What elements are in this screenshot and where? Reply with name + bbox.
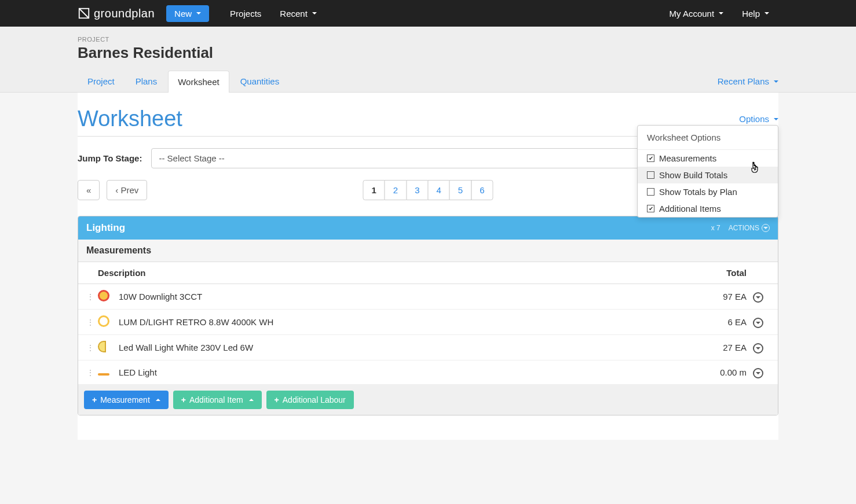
- section-count-badge: x 7: [711, 224, 720, 232]
- checkbox-icon: [647, 154, 654, 162]
- nav-help[interactable]: Help: [733, 9, 778, 19]
- row-action-button[interactable]: [753, 368, 763, 378]
- caret-down-icon: [312, 12, 317, 14]
- checkbox-icon: [647, 171, 654, 179]
- jump-to-stage-label: Jump To Stage:: [78, 153, 142, 163]
- drag-handle-icon[interactable]: ⋮: [86, 343, 93, 352]
- option-additional-items[interactable]: Additional Items: [638, 200, 778, 217]
- checkbox-icon: [647, 205, 654, 212]
- row-description: LED Light: [119, 367, 689, 377]
- navbar: groundplan New Projects Recent My Accoun…: [0, 0, 856, 27]
- tab-plans[interactable]: Plans: [126, 70, 167, 92]
- nav-my-account[interactable]: My Account: [660, 9, 733, 19]
- tab-worksheet[interactable]: Worksheet: [168, 71, 229, 93]
- options-dropdown: Worksheet Options Measurements Show Buil…: [637, 125, 778, 218]
- tabs: Project Plans Worksheet Quantities Recen…: [78, 70, 778, 92]
- drag-handle-icon[interactable]: ⋮: [86, 368, 93, 377]
- nav-recent[interactable]: Recent: [270, 9, 326, 19]
- option-measurements[interactable]: Measurements: [638, 150, 778, 167]
- plus-icon: [92, 395, 97, 404]
- new-button[interactable]: New: [166, 5, 209, 22]
- drag-handle-icon[interactable]: ⋮: [86, 318, 93, 327]
- row-action-button[interactable]: [753, 343, 763, 354]
- row-total: 27 EA: [689, 343, 747, 352]
- options-link[interactable]: Options: [739, 114, 778, 124]
- symbol-icon: [98, 341, 106, 352]
- nav-projects[interactable]: Projects: [221, 9, 270, 19]
- row-description: Led Wall Light White 230V Led 6W: [119, 343, 689, 352]
- section-footer: Measurement Additional Item Additional L…: [78, 385, 778, 415]
- col-description: Description: [98, 268, 689, 278]
- table-row[interactable]: ⋮ LUM D/LIGHT RETRO 8.8W 4000K WH 6 EA: [78, 310, 778, 335]
- table-row[interactable]: ⋮ Led Wall Light White 230V Led 6W 27 EA: [78, 335, 778, 360]
- page-header: PROJECT Barnes Residential Project Plans…: [0, 27, 856, 93]
- plus-icon: [275, 395, 279, 404]
- option-show-build-totals[interactable]: Show Build Totals: [638, 167, 778, 183]
- table-header: Description Total: [78, 262, 778, 284]
- tab-quantities[interactable]: Quantities: [231, 70, 290, 92]
- tab-project[interactable]: Project: [78, 70, 125, 92]
- section-header[interactable]: Lighting x 7 ACTIONS: [78, 216, 778, 240]
- caret-down-icon: [719, 12, 723, 14]
- option-show-totals-by-plan[interactable]: Show Totals by Plan: [638, 183, 778, 200]
- caret-down-icon: [196, 12, 201, 14]
- page-3[interactable]: 3: [406, 180, 428, 200]
- row-action-button[interactable]: [753, 318, 763, 328]
- col-total: Total: [689, 268, 747, 278]
- caret-up-icon: [249, 399, 254, 401]
- row-total: 0.00 m: [689, 367, 747, 377]
- project-title: Barnes Residential: [78, 44, 778, 62]
- content: Worksheet Options Worksheet Options Meas…: [78, 93, 778, 440]
- chevron-down-icon: [762, 224, 770, 232]
- plus-icon: [181, 395, 186, 404]
- row-description: 10W Downlight 3CCT: [119, 292, 689, 301]
- caret-down-icon: [764, 12, 769, 14]
- row-total: 97 EA: [689, 292, 747, 301]
- section-actions[interactable]: ACTIONS: [729, 224, 770, 232]
- page-5[interactable]: 5: [449, 180, 471, 200]
- page-title: Worksheet: [78, 106, 182, 131]
- row-description: LUM D/LIGHT RETRO 8.8W 4000K WH: [119, 317, 689, 327]
- table-row[interactable]: ⋮ LED Light 0.00 m: [78, 360, 778, 385]
- add-measurement-button[interactable]: Measurement: [84, 391, 169, 409]
- caret-down-icon: [774, 118, 778, 120]
- pagination-first[interactable]: «: [78, 180, 100, 200]
- recent-plans-link[interactable]: Recent Plans: [718, 71, 778, 92]
- row-action-button[interactable]: [753, 292, 763, 303]
- page-2[interactable]: 2: [385, 180, 407, 200]
- dropdown-title: Worksheet Options: [638, 126, 778, 150]
- section-lighting: Lighting x 7 ACTIONS Measurements Descri…: [78, 216, 778, 415]
- pagination: 1 2 3 4 5 6: [363, 180, 493, 200]
- symbol-icon: [98, 290, 109, 301]
- page-1[interactable]: 1: [363, 180, 385, 200]
- checkbox-icon: [647, 188, 654, 196]
- brand-text: groundplan: [94, 7, 155, 20]
- page-4[interactable]: 4: [428, 180, 450, 200]
- brand-logo[interactable]: groundplan: [78, 7, 155, 20]
- table-row[interactable]: ⋮ 10W Downlight 3CCT 97 EA: [78, 284, 778, 310]
- caret-down-icon: [774, 80, 778, 83]
- logo-icon: [78, 7, 90, 20]
- caret-up-icon: [156, 399, 160, 401]
- drag-handle-icon[interactable]: ⋮: [86, 292, 93, 301]
- section-subheader: Measurements: [78, 240, 778, 262]
- symbol-icon: [98, 315, 109, 327]
- pagination-prev[interactable]: ‹ Prev: [107, 180, 147, 200]
- add-additional-item-button[interactable]: Additional Item: [173, 391, 262, 409]
- add-additional-labour-button[interactable]: Additional Labour: [266, 391, 354, 409]
- row-total: 6 EA: [689, 317, 747, 327]
- project-label: PROJECT: [78, 36, 778, 43]
- symbol-icon: [98, 373, 109, 376]
- page-6[interactable]: 6: [471, 180, 493, 200]
